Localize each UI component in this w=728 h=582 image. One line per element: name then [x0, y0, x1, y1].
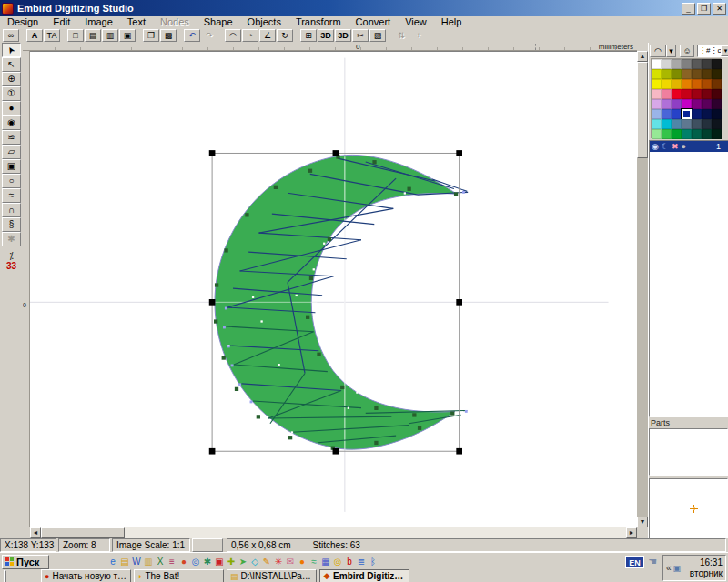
quicklaunch-icon-11[interactable]: ✚ [226, 556, 237, 567]
fill-shape-tool[interactable]: ● [2, 101, 21, 115]
quicklaunch-icon-5[interactable]: X [155, 556, 166, 567]
palette-swatch[interactable] [682, 89, 692, 99]
palette-swatch[interactable] [712, 59, 722, 69]
node-edit-tool[interactable]: ↖ [2, 57, 21, 72]
quicklaunch-icon-16[interactable]: ✉ [285, 556, 296, 567]
menu-objects[interactable]: Objects [240, 16, 288, 28]
quicklaunch-icon-7[interactable]: ● [178, 556, 189, 567]
hatch-fill-tool[interactable]: ≋ [2, 130, 21, 145]
palette-swatch[interactable] [692, 129, 702, 139]
speed-gauge-button[interactable]: ◔ [242, 29, 258, 42]
copy-button[interactable]: ❐ [143, 29, 159, 42]
outline-shape-tool[interactable]: ○ [2, 174, 21, 188]
quicklaunch-icon-17[interactable]: ● [297, 556, 308, 567]
vertical-scroll-track[interactable] [637, 158, 648, 517]
zoom-1to1-tool[interactable]: ① [2, 86, 21, 101]
palette-swatch[interactable] [662, 129, 672, 139]
new-button[interactable]: □ [67, 29, 84, 42]
palette-swatch[interactable] [702, 129, 712, 139]
menu-image[interactable]: Image [77, 16, 120, 28]
palette-swatch[interactable] [702, 69, 712, 79]
quicklaunch-icon-9[interactable]: ✱ [202, 556, 213, 567]
palette-swatch[interactable] [662, 79, 672, 89]
menu-help[interactable]: Help [434, 16, 470, 28]
palette-swatch[interactable] [682, 99, 692, 109]
palette-swatch[interactable] [712, 119, 722, 129]
save-button[interactable]: ▣ [119, 29, 136, 42]
object-list[interactable]: ◉☾✖● 1 [649, 140, 728, 417]
scroll-left-button[interactable]: ◄ [30, 527, 41, 538]
import-button[interactable]: ▥ [102, 29, 118, 42]
palette-swatch[interactable] [692, 79, 702, 89]
quicklaunch-icon-3[interactable]: W [131, 556, 142, 567]
palette-swatch[interactable] [682, 129, 692, 139]
palette-swatch[interactable] [672, 129, 682, 139]
quicklaunch-icon-21[interactable]: b [344, 556, 355, 567]
view-3d-button[interactable]: 3D [318, 29, 334, 42]
paste-button[interactable]: ▩ [160, 29, 177, 42]
taskbar-grip[interactable] [4, 570, 6, 582]
parts-list[interactable] [649, 428, 728, 476]
palette-swatch[interactable] [702, 109, 712, 119]
menu-transform[interactable]: Transform [288, 16, 349, 28]
column-shape-tool[interactable]: ▱ [2, 145, 21, 159]
palette-swatch[interactable] [652, 99, 662, 109]
palette-swatch[interactable] [712, 79, 722, 89]
scroll-right-button[interactable]: ► [626, 527, 637, 538]
design-canvas[interactable] [30, 51, 637, 527]
palette-swatch[interactable] [692, 59, 702, 69]
menu-text[interactable]: Text [120, 16, 153, 28]
palette-swatch[interactable] [662, 69, 672, 79]
tray-app-icon[interactable]: ▣ [673, 564, 682, 573]
palette-swatch[interactable] [652, 109, 662, 119]
palette-swatch[interactable] [692, 109, 702, 119]
start-button[interactable]: Пуск [2, 555, 49, 569]
palette-swatch[interactable] [652, 129, 662, 139]
open-button[interactable]: ▤ [85, 29, 101, 42]
palette-swatch[interactable] [662, 109, 672, 119]
quicklaunch-icon-13[interactable]: ◇ [249, 556, 260, 567]
palette-swatch[interactable] [662, 99, 672, 109]
palette-swatch[interactable] [702, 79, 712, 89]
horizontal-scroll-thumb[interactable] [41, 527, 125, 538]
palette-swatch[interactable] [652, 79, 662, 89]
scroll-up-button[interactable]: ▲ [637, 51, 648, 62]
palette-swatch[interactable] [662, 119, 672, 129]
quicklaunch-icon-23[interactable]: ᛒ [368, 556, 379, 567]
object-list-item[interactable]: ◉☾✖● 1 [650, 141, 728, 152]
stitch-type-dropdown[interactable]: ⋮#⋮c ▾ [697, 45, 728, 57]
rotate-button[interactable]: ↻ [277, 29, 293, 42]
language-indicator[interactable]: EN [625, 556, 644, 568]
palette-swatch[interactable] [682, 109, 692, 119]
palette-swatch[interactable] [652, 89, 662, 99]
quicklaunch-icon-20[interactable]: ◎ [332, 556, 343, 567]
undo-button[interactable]: ↶ [184, 29, 200, 42]
zoom-tool[interactable]: ⊕ [2, 72, 21, 86]
quicklaunch-icon-8[interactable]: ◎ [190, 556, 201, 567]
palette-swatch[interactable] [662, 59, 672, 69]
palette-swatch[interactable] [692, 69, 702, 79]
double-column-tool[interactable]: ▣ [2, 159, 21, 174]
quicklaunch-icon-4[interactable]: ▥ [143, 556, 154, 567]
sfumato-tool[interactable]: § [2, 217, 21, 232]
menu-view[interactable]: View [398, 16, 434, 28]
palette-swatch[interactable] [672, 59, 682, 69]
angle-button[interactable]: ∠ [259, 29, 276, 42]
quicklaunch-icon-18[interactable]: ≈ [308, 556, 319, 567]
hand-icon[interactable]: ☚ [648, 556, 657, 567]
lettering-button[interactable]: A [26, 29, 43, 42]
quicklaunch-icon-2[interactable]: ▤ [119, 556, 130, 567]
minimize-button[interactable]: _ [682, 3, 695, 15]
palette-swatch[interactable] [652, 119, 662, 129]
quicklaunch-icon-15[interactable]: ✳ [273, 556, 284, 567]
palette-swatch[interactable] [692, 89, 702, 99]
zigzag-line-tool[interactable]: ≈ [2, 188, 21, 203]
quicklaunch-icon-1[interactable]: e [107, 556, 118, 567]
quicklaunch-icon-14[interactable]: ✎ [261, 556, 272, 567]
menu-shape[interactable]: Shape [197, 16, 240, 28]
vertical-scrollbar[interactable]: ▲ ▼ [637, 51, 648, 527]
palette-swatch[interactable] [682, 119, 692, 129]
palette-swatch[interactable] [682, 79, 692, 89]
image-edit-button[interactable]: ▧ [369, 29, 386, 42]
quicklaunch-icon-10[interactable]: ▣ [214, 556, 225, 567]
